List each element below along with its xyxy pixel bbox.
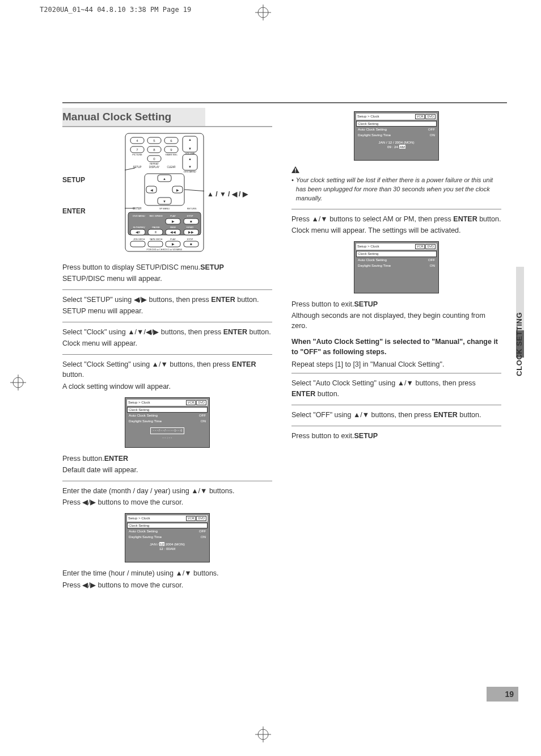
svg-rect-76: [148, 241, 163, 247]
svg-text:■: ■: [190, 242, 192, 246]
warning-icon: [291, 166, 299, 173]
label-setup: SETUP: [62, 175, 85, 185]
sub-heading: When "Auto Clock Setting" is selected to…: [291, 337, 501, 357]
remote-control-icon: 4 5 6 ▲▼ 7 8 9 0 ▲▼ PICTURE REPEAT: [125, 133, 204, 252]
svg-text:JOG SRCH: JOG SRCH: [133, 238, 145, 241]
svg-text:DISPLAY: DISPLAY: [149, 166, 160, 169]
label-arrows: ▲ / ▼ / ◀ / ▶: [207, 190, 248, 199]
svg-text:▼: ▼: [188, 147, 192, 150]
osd-clock-menu: Setup > ClockVCRDVD Clock Setting Auto C…: [354, 241, 439, 293]
osd-clock-blank: Setup > ClockVCRDVD Clock Setting Auto C…: [125, 397, 210, 448]
svg-text:▲: ▲: [188, 138, 192, 141]
svg-text:▲: ▲: [163, 177, 166, 180]
instruction-step: Select "Auto Clock Setting" using ▲/▼ bu…: [291, 378, 501, 398]
svg-text:◀◀: ◀◀: [170, 230, 176, 234]
svg-text:▲: ▲: [188, 157, 192, 161]
instruction-step: Select "Clock" using ▲/▼/◀/▶ buttons, th…: [62, 327, 272, 348]
svg-text:◀Ⅱ: ◀Ⅱ: [136, 230, 140, 234]
svg-text:▶▶: ▶▶: [188, 230, 194, 234]
side-tab: CLOCK SETTING: [510, 267, 524, 358]
osd-clock-time: Setup > ClockVCRDVD Clock Setting Auto C…: [354, 111, 439, 161]
instruction-step: Enter the date (month / day / year) usin…: [62, 486, 272, 507]
svg-text:POW:DVD on  CH:BOX#2 on  VID:M: POW:DVD on CH:BOX#2 on VID:MENU: [147, 249, 183, 251]
right-column: Setup > ClockVCRDVD Clock Setting Auto C…: [291, 108, 501, 596]
svg-text:VOLUME: VOLUME: [185, 152, 195, 155]
divider: [291, 426, 501, 426]
label-enter: ENTER: [62, 207, 86, 216]
instruction-step: Press ▲/▼ buttons to select AM or PM, th…: [291, 214, 501, 236]
svg-text:PLAY: PLAY: [170, 238, 176, 241]
svg-text:REPEAT: REPEAT: [150, 162, 159, 165]
svg-text:PAUSE: PAUSE: [152, 226, 160, 229]
svg-text:STOP: STOP: [187, 238, 193, 241]
svg-text:CLEAR: CLEAR: [167, 166, 176, 169]
svg-text:REC SPEED: REC SPEED: [149, 215, 162, 217]
section-heading: Manual Clock Setting: [62, 108, 272, 127]
svg-text:DVD MENU: DVD MENU: [133, 215, 145, 217]
svg-text:◀: ◀: [150, 188, 153, 192]
svg-text:SLOW/REV: SLOW/REV: [133, 226, 145, 229]
pdf-crop-info: T2020UA_01~44 04.8.10 3:38 PM Page 19: [40, 6, 191, 14]
svg-text:PICTURE: PICTURE: [132, 153, 142, 156]
svg-text:STOP: STOP: [187, 215, 193, 217]
svg-rect-85: [295, 169, 296, 171]
svg-text:TIMER REC: TIMER REC: [165, 153, 177, 156]
svg-text:▶: ▶: [176, 188, 179, 192]
instruction-step: Select "OFF" using ▲/▼ buttons, then pre…: [291, 410, 501, 420]
left-column: Manual Clock Setting SETUP ENTER ▲ / ▼ /…: [62, 108, 272, 596]
divider: [62, 481, 272, 481]
instruction-step: Select "SETUP" using ◀/▶ buttons, then p…: [62, 295, 272, 316]
svg-text:▶: ▶: [172, 242, 175, 246]
instruction-step: Enter the time (hour / minute) using ▲/▼…: [62, 568, 272, 590]
svg-text:TAPE SRCH: TAPE SRCH: [150, 238, 163, 241]
svg-text:REW: REW: [170, 226, 176, 229]
divider: [62, 354, 272, 355]
divider: [62, 289, 272, 290]
svg-text:DISCMENU: DISCMENU: [184, 170, 196, 173]
svg-text:SP MENU: SP MENU: [159, 207, 170, 210]
instruction-step: Press button.ENTERDefault date will appe…: [62, 453, 272, 475]
osd-clock-date: Setup > ClockVCRDVD Clock Setting Auto C…: [125, 513, 210, 562]
registration-mark-bottom: [255, 726, 271, 742]
instruction-step: Press button to exit.SETUP: [291, 431, 501, 441]
instruction-step: Select "Clock Setting" using ▲/▼ buttons…: [62, 359, 272, 391]
registration-mark-left: [10, 375, 26, 390]
remote-diagram: SETUP ENTER ▲ / ▼ / ◀ / ▶ 4 5 6 ▲▼ 7 8 9: [62, 133, 272, 258]
svg-text:F.FWD: F.FWD: [187, 226, 193, 229]
instruction-step: Press button to exit.SETUPAlthough secon…: [291, 299, 501, 331]
svg-text:▶: ▶: [172, 220, 175, 223]
svg-text:PLAY: PLAY: [170, 215, 176, 217]
warning-note: •Your clock setting will be lost if eith…: [291, 166, 501, 203]
svg-text:RETURN: RETURN: [187, 207, 197, 210]
page-content: Manual Clock Setting SETUP ENTER ▲ / ▼ /…: [62, 108, 510, 596]
divider: [291, 405, 501, 405]
svg-text:Ⅱ: Ⅱ: [155, 230, 157, 234]
svg-text:▼: ▼: [188, 165, 192, 169]
divider: [62, 322, 272, 322]
page-number: 19: [487, 687, 518, 702]
registration-mark-top: [255, 5, 271, 20]
sub-lead: Repeat steps [1] to [3] in "Manual Clock…: [291, 359, 501, 369]
instruction-step: Press button to display SETUP/DISC menu.…: [62, 262, 272, 284]
svg-rect-86: [295, 171, 296, 173]
svg-text:▼: ▼: [163, 200, 166, 203]
svg-text:■: ■: [190, 220, 192, 223]
svg-rect-75: [130, 241, 145, 247]
top-rule: [62, 102, 507, 103]
